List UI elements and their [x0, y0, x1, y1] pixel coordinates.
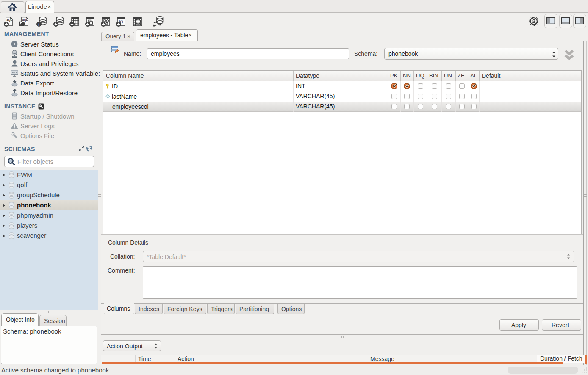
svg-text:SQL: SQL: [22, 18, 28, 22]
svg-text:SQL: SQL: [6, 18, 12, 22]
